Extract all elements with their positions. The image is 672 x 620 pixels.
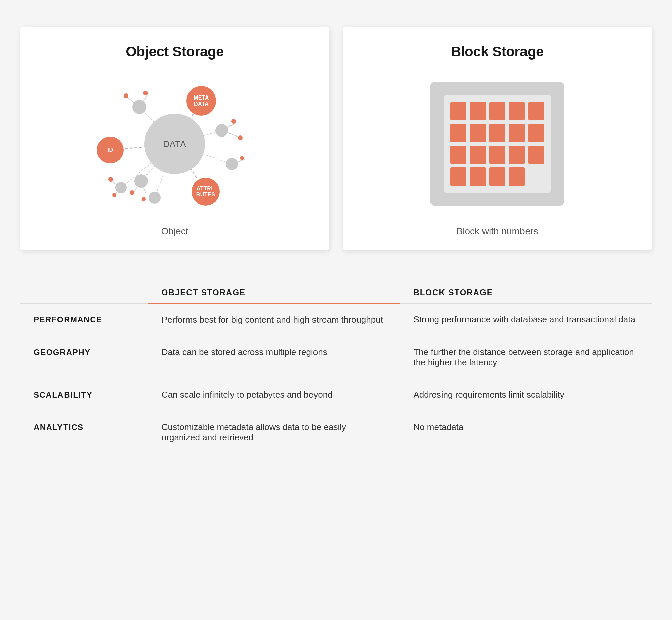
odot-1	[124, 93, 128, 98]
table-header-row: OBJECT STORAGE BLOCK STORAGE	[20, 277, 652, 303]
block-cell	[450, 146, 466, 164]
table-row: ANALYTICSCustomizable metadata allows da…	[20, 411, 652, 454]
odot-5	[240, 156, 244, 160]
col-block-header: BLOCK STORAGE	[400, 277, 652, 303]
block-cell-td: Addresing requirements limit scalability	[400, 379, 652, 411]
block-cell	[489, 146, 505, 164]
block-cell	[470, 102, 486, 120]
block-cell	[509, 167, 525, 186]
block-cell	[509, 124, 525, 142]
feature-label: GEOGRAPHY	[34, 348, 91, 357]
metadata-circle: METADATA	[186, 86, 216, 116]
block-cell	[450, 102, 466, 120]
feature-cell: ANALYTICS	[20, 411, 148, 454]
table-row: PERFORMANCEPerforms best for big content…	[20, 303, 652, 336]
table-row: SCALABILITYCan scale infinitely to petab…	[20, 379, 652, 411]
sat-5	[115, 182, 127, 193]
block-cell	[489, 124, 505, 142]
feature-label: ANALYTICS	[34, 423, 84, 432]
block-storage-card-label: Block with numbers	[457, 226, 538, 237]
odot-9	[112, 193, 116, 197]
block-cell-td: No metadata	[400, 411, 652, 454]
block-outer	[430, 82, 564, 206]
object-diagram-container: DATA METADATA ID ATTRI-BUTES	[87, 73, 262, 215]
block-cell	[489, 167, 505, 186]
cards-row: Object Storage	[20, 27, 652, 250]
block-cell-td: Strong performance with database and tra…	[400, 303, 652, 336]
feature-cell: PERFORMANCE	[20, 303, 148, 336]
block-cell	[509, 146, 525, 164]
object-cell: Can scale infinitely to petabytes and be…	[148, 379, 400, 411]
odot-7	[142, 197, 146, 201]
object-storage-diagram: DATA METADATA ID ATTRI-BUTES	[37, 73, 312, 215]
sat-1	[132, 100, 146, 114]
col-object-header: OBJECT STORAGE	[148, 277, 400, 303]
sat-2	[215, 124, 228, 137]
block-storage-diagram	[360, 73, 635, 215]
object-cell: Performs best for big content and high s…	[148, 303, 400, 336]
center-data-circle: DATA	[144, 114, 205, 174]
col-feature-header	[20, 277, 148, 303]
feature-cell: GEOGRAPHY	[20, 336, 148, 379]
table-row: GEOGRAPHYData can be stored across multi…	[20, 336, 652, 379]
block-cell	[470, 124, 486, 142]
block-diagram-container	[423, 73, 571, 215]
block-inner-grid	[444, 95, 551, 193]
block-cell	[528, 102, 544, 120]
feature-cell: SCALABILITY	[20, 379, 148, 411]
feature-label: PERFORMANCE	[34, 315, 102, 324]
block-cell	[489, 102, 505, 120]
block-storage-card: Block Storage	[343, 27, 652, 250]
object-storage-card: Object Storage	[20, 27, 329, 250]
block-cell	[528, 146, 544, 164]
sat-4	[134, 174, 148, 188]
block-cell	[470, 167, 486, 186]
id-circle: ID	[97, 137, 124, 163]
block-cell	[450, 124, 466, 142]
object-cell: Customizable metadata allows data to be …	[148, 411, 400, 454]
odot-6	[130, 190, 134, 195]
odot-4	[238, 135, 243, 140]
block-storage-title: Block Storage	[451, 44, 544, 60]
block-cell	[528, 124, 544, 142]
block-cell	[450, 167, 466, 186]
attributes-circle: ATTRI-BUTES	[192, 178, 220, 206]
table-body: PERFORMANCEPerforms best for big content…	[20, 303, 652, 454]
feature-label: SCALABILITY	[34, 390, 92, 399]
block-cell	[470, 146, 486, 164]
object-storage-card-label: Object	[161, 226, 188, 237]
block-cell-td: The further the distance between storage…	[400, 336, 652, 379]
block-cell	[509, 102, 525, 120]
block-cell-empty	[528, 167, 544, 186]
odot-2	[143, 91, 148, 95]
odot-3	[231, 119, 236, 124]
sat-3	[226, 158, 238, 170]
odot-8	[108, 177, 113, 182]
object-storage-title: Object Storage	[126, 44, 224, 60]
comparison-table: OBJECT STORAGE BLOCK STORAGE PERFORMANCE…	[20, 277, 652, 454]
object-cell: Data can be stored across multiple regio…	[148, 336, 400, 379]
sat-6	[149, 192, 161, 204]
